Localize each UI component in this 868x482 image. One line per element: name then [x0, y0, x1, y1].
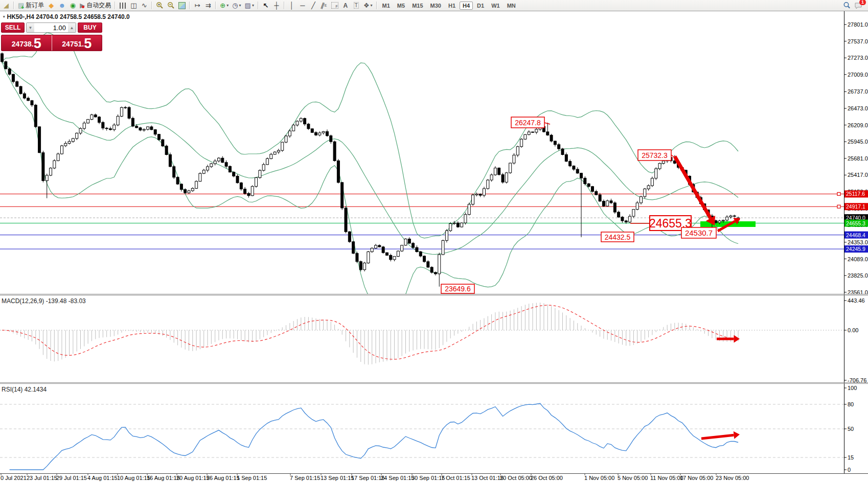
svg-text:24530.7: 24530.7: [685, 228, 713, 237]
signals-button[interactable]: ◉: [67, 1, 78, 10]
vertical-line-icon: │: [290, 2, 294, 9]
timeframe-m1-button[interactable]: M1: [379, 2, 393, 10]
time-label: 7 Oct 01:15: [441, 475, 470, 481]
fibonacci-button[interactable]: F: [330, 1, 340, 10]
chart-canvas[interactable]: 27801.027537.027273.027009.026737.026473…: [0, 0, 868, 482]
bollinger-bands: [2, 33, 738, 317]
chart-annotations[interactable]: 26247.825732.324655.324530.724432.523649…: [441, 117, 740, 293]
annotation-24432.5[interactable]: 24432.5: [601, 232, 634, 242]
svg-text:27009.0: 27009.0: [848, 72, 868, 78]
svg-text:100: 100: [848, 385, 857, 391]
pane-borders: 0 Jul 202123 Jul 01:1529 Jul 01:154 Aug …: [0, 11, 868, 481]
volume-input[interactable]: [34, 23, 68, 32]
annotation-25732.3[interactable]: 25732.3: [638, 150, 671, 160]
indicators-button[interactable]: ⊕▾: [218, 1, 230, 10]
svg-text:27801.0: 27801.0: [848, 21, 868, 28]
toolbar-separator: [13, 2, 14, 9]
annotation-23649.6[interactable]: 23649.6: [441, 284, 474, 293]
rsi-arrow[interactable]: [701, 431, 740, 439]
svg-text:24655.3: 24655.3: [846, 220, 865, 226]
sell-button[interactable]: SELL: [1, 22, 25, 33]
new-order-label: 新订单: [26, 1, 44, 10]
timeframe-m15-button[interactable]: M15: [409, 2, 426, 10]
svg-text:24468.4: 24468.4: [846, 232, 865, 238]
chart-shift-button[interactable]: ⇉: [203, 1, 213, 10]
templates-button[interactable]: ▨▾: [243, 1, 256, 10]
shapes-icon: ❖: [363, 2, 370, 9]
signals-icon: ◉: [70, 2, 76, 9]
timeframe-d1-button[interactable]: D1: [474, 2, 487, 10]
metaeditor-button[interactable]: ◆: [46, 1, 56, 10]
horizontal-lines[interactable]: [0, 194, 844, 249]
svg-text:80: 80: [848, 401, 854, 407]
community-button[interactable]: ☻: [57, 1, 67, 10]
timeframe-h4-button[interactable]: H4: [460, 2, 473, 10]
search-button[interactable]: [841, 1, 852, 10]
bar-chart-button[interactable]: [118, 1, 128, 10]
trendline-button[interactable]: ╱: [308, 1, 318, 10]
horizontal-line-button[interactable]: ─: [298, 1, 308, 10]
equidistant-channel-button[interactable]: ∥E: [319, 1, 329, 10]
vertical-line-button[interactable]: │: [287, 1, 297, 10]
text-label-button[interactable]: T: [351, 1, 361, 10]
auto-scroll-button[interactable]: ↦: [192, 1, 202, 10]
svg-text:50: 50: [848, 426, 854, 432]
buy-price[interactable]: 24751. 5: [52, 35, 102, 51]
zoom-out-button[interactable]: [166, 1, 176, 10]
svg-text:24917.1: 24917.1: [846, 203, 865, 210]
autotrading-button[interactable]: ▶ 自动交易: [78, 1, 112, 10]
template-icon: ▨: [245, 2, 251, 9]
svg-text:25681.0: 25681.0: [848, 155, 868, 162]
svg-text:26737.0: 26737.0: [848, 88, 868, 95]
macd-arrow[interactable]: [717, 335, 740, 343]
time-label: 26 Aug 01:15: [207, 475, 240, 481]
annotation-24530.7[interactable]: 24530.7: [681, 227, 716, 238]
trend-down-arrow[interactable]: [675, 156, 715, 225]
toolbar-separator: [376, 2, 377, 9]
bid-ask-display[interactable]: 24738. 5 24751. 5: [1, 35, 102, 51]
candlestick-chart-button[interactable]: ◫: [128, 1, 139, 10]
time-label: 1 Nov 05:00: [584, 475, 614, 481]
zoom-out-icon: [167, 2, 175, 9]
svg-text:27537.0: 27537.0: [848, 38, 868, 44]
tile-windows-button[interactable]: [177, 1, 187, 10]
partial-toolbar-icon[interactable]: ◢: [1, 1, 11, 10]
crosshair-button[interactable]: ┼: [271, 1, 282, 10]
shapes-button[interactable]: ❖▾: [362, 1, 374, 10]
zoom-in-button[interactable]: [154, 1, 165, 10]
time-label: 16 Aug 01:15: [147, 475, 180, 481]
text-label-icon: T: [354, 2, 359, 9]
buy-button[interactable]: BUY: [78, 22, 102, 33]
svg-text:26473.0: 26473.0: [848, 105, 868, 111]
candlesticks[interactable]: [1, 53, 740, 287]
auto-scroll-icon: ↦: [195, 2, 200, 9]
timeframe-mn-button[interactable]: MN: [504, 2, 519, 10]
svg-text:27273.0: 27273.0: [848, 55, 868, 61]
timeframe-h1-button[interactable]: H1: [445, 2, 459, 10]
timeframe-m5-button[interactable]: M5: [394, 2, 408, 10]
text-button[interactable]: A: [340, 1, 351, 10]
timeframe-w1-button[interactable]: W1: [488, 2, 503, 10]
new-order-button[interactable]: ▤+ 新订单: [16, 1, 45, 10]
sell-price[interactable]: 24738. 5: [2, 35, 52, 51]
toolbar-separator: [215, 2, 216, 9]
line-chart-button[interactable]: ∿: [139, 1, 149, 10]
svg-text:26247.8: 26247.8: [515, 119, 541, 127]
top-toolbar: ◢ ▤+ 新订单 ◆ ☻ ◉ ▶ 自动交易 ◫ ∿ ↦ ⇉ ⊕▾ ◷▾ ▨▾ ↖…: [0, 0, 868, 11]
time-label: 20 Oct 05:00: [500, 475, 532, 481]
svg-text:25732.3: 25732.3: [642, 151, 668, 159]
cursor-button[interactable]: ↖: [261, 1, 271, 10]
volume-increase-button[interactable]: ▲: [68, 23, 76, 32]
volume-decrease-button[interactable]: ▼: [27, 23, 34, 32]
periods-button[interactable]: ◷▾: [231, 1, 242, 10]
time-label: 10 Aug 01:15: [117, 475, 150, 481]
toolbar-separator: [189, 2, 190, 9]
annotation-26247.8[interactable]: 26247.8: [511, 117, 544, 128]
time-label: 7 Sep 01:15: [290, 475, 320, 481]
new-order-icon: ▤+: [18, 2, 24, 9]
svg-text:443.46: 443.46: [848, 297, 865, 304]
timeframe-m30-button[interactable]: M30: [427, 2, 444, 10]
horizontal-line-icon: ─: [300, 2, 305, 9]
notifications-button[interactable]: 1: [853, 1, 864, 10]
time-label: 11 Nov 05:00: [650, 475, 683, 481]
